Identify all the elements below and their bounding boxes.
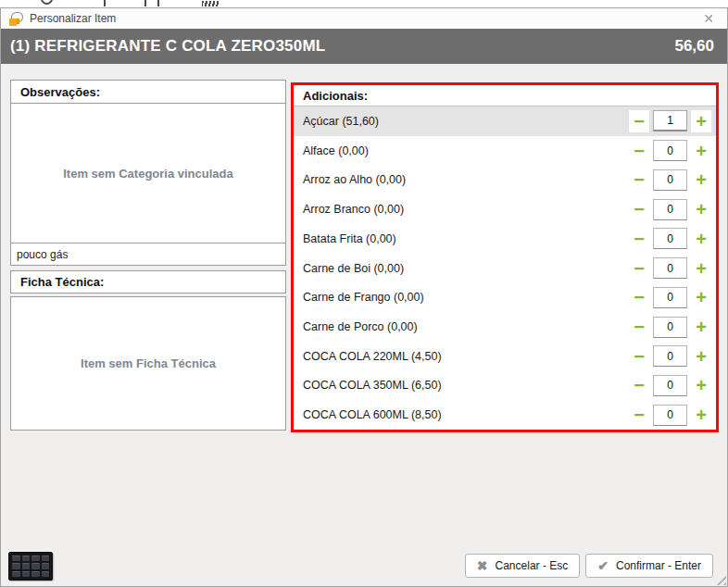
cancel-button[interactable]: ✖ Cancelar - Esc (465, 554, 580, 578)
quantity-input[interactable] (653, 317, 687, 338)
keyboard-keys-graphic (12, 556, 49, 577)
additional-row[interactable]: Arroz ao Alho (0,00) − + (294, 165, 716, 194)
quantity-input[interactable] (653, 140, 687, 161)
additional-label: Açúcar (51,60) (303, 115, 379, 128)
additional-label: Batata Frita (0,00) (303, 232, 396, 245)
additional-row[interactable]: Açúcar (51,60) − + (294, 106, 716, 136)
increase-button[interactable]: + (691, 345, 711, 368)
personalize-item-icon (8, 12, 24, 26)
additional-row[interactable]: Carne de Porco (0,00) − + (294, 312, 716, 342)
increase-button[interactable]: + (691, 316, 711, 338)
increase-button[interactable]: + (691, 198, 711, 220)
screen: Personalizar Item ✕ (1) REFRIGERANTE C C… (0, 0, 728, 587)
quantity-input[interactable] (653, 345, 687, 367)
cancel-button-label: Cancelar - Esc (496, 559, 569, 572)
observations-header: Observações: (10, 80, 286, 104)
additional-label: COCA COLA 600ML (8,50) (303, 408, 442, 421)
decrease-button[interactable]: − (629, 110, 649, 132)
observations-empty-text: Item sem Categoria vinculada (63, 167, 233, 181)
quantity-stepper: − + (629, 345, 711, 368)
additionals-list: Açúcar (51,60) − + Alface (0,00) − + Arr… (294, 106, 716, 430)
decrease-button[interactable]: − (629, 345, 649, 368)
decrease-button[interactable]: − (629, 316, 649, 338)
quantity-input[interactable] (653, 257, 687, 279)
additional-label: Arroz ao Alho (0,00) (303, 173, 406, 186)
additionals-panel: Adicionais: Açúcar (51,60) − + Alface (0… (291, 82, 719, 432)
quantity-stepper: − + (629, 286, 711, 308)
additional-row[interactable]: Carne de Boi (0,00) − + (294, 254, 716, 283)
additional-row[interactable]: COCA COLA 600ML (8,50) − + (294, 400, 716, 430)
personalize-item-dialog: Personalizar Item ✕ (1) REFRIGERANTE C C… (0, 7, 728, 587)
additional-row[interactable]: COCA COLA 220ML (4,50) − + (294, 342, 716, 371)
footer-buttons: ✖ Cancelar - Esc ✔ Confirmar - Enter (465, 554, 713, 578)
item-name: (1) REFRIGERANTE C COLA ZERO350ML (10, 37, 325, 56)
background-glyph-fragment (202, 1, 219, 6)
decrease-button[interactable]: − (629, 140, 649, 162)
confirm-button[interactable]: ✔ Confirmar - Enter (585, 554, 713, 578)
additional-row[interactable]: Batata Frita (0,00) − + (294, 224, 716, 254)
additional-label: Alface (0,00) (303, 144, 369, 157)
background-glyph-fragment (144, 0, 146, 6)
decrease-button[interactable]: − (629, 169, 649, 191)
quantity-stepper: − + (629, 110, 711, 132)
observations-box: Item sem Categoria vinculada (10, 103, 286, 244)
background-glyph-fragment (104, 0, 106, 6)
quantity-stepper: − + (629, 316, 711, 338)
window-title: Personalizar Item (30, 12, 116, 25)
quantity-stepper: − + (629, 169, 711, 191)
increase-button[interactable]: + (691, 140, 711, 162)
dialog-titlebar: Personalizar Item ✕ (1, 8, 727, 29)
additional-label: COCA COLA 220ML (4,50) (303, 350, 442, 363)
quantity-input[interactable] (653, 228, 687, 249)
quantity-input[interactable] (653, 287, 687, 308)
additional-row[interactable]: Carne de Frango (0,00) − + (294, 282, 716, 312)
background-window-fragment (0, 0, 728, 7)
decrease-button[interactable]: − (629, 404, 649, 426)
quantity-input[interactable] (653, 375, 687, 396)
background-glyph-fragment (41, 0, 53, 5)
quantity-stepper: − + (629, 140, 711, 162)
confirm-button-label: Confirmar - Enter (616, 559, 701, 572)
quantity-input[interactable] (653, 405, 687, 426)
background-glyph-fragment (157, 0, 159, 6)
technical-sheet-box: Item sem Ficha Técnica (10, 296, 286, 431)
left-column: Observações: Item sem Categoria vinculad… (10, 80, 286, 431)
additional-row[interactable]: Alface (0,00) − + (294, 136, 716, 166)
technical-sheet-empty-text: Item sem Ficha Técnica (81, 356, 216, 370)
increase-button[interactable]: + (691, 404, 711, 426)
item-price: 56,60 (674, 37, 714, 56)
increase-button[interactable]: + (691, 257, 711, 280)
additional-label: Carne de Porco (0,00) (303, 320, 418, 333)
decrease-button[interactable]: − (629, 228, 649, 250)
decrease-button[interactable]: − (629, 374, 649, 396)
close-icon[interactable]: ✕ (697, 10, 720, 27)
increase-button[interactable]: + (691, 374, 711, 396)
additional-label: COCA COLA 350ML (6,50) (303, 379, 442, 392)
additional-label: Carne de Boi (0,00) (303, 262, 404, 275)
increase-button[interactable]: + (691, 169, 711, 191)
increase-button[interactable]: + (691, 110, 711, 132)
increase-button[interactable]: + (691, 228, 711, 250)
dialog-body: Observações: Item sem Categoria vinculad… (1, 64, 727, 586)
quantity-stepper: − + (629, 257, 711, 280)
additionals-header: Adicionais: (294, 85, 716, 106)
decrease-button[interactable]: − (629, 257, 649, 280)
decrease-button[interactable]: − (629, 198, 649, 220)
additional-row[interactable]: COCA COLA 350ML (6,50) − + (294, 371, 716, 401)
quantity-input[interactable] (653, 199, 687, 220)
quantity-input[interactable] (653, 169, 687, 191)
quantity-stepper: − + (629, 198, 711, 220)
increase-button[interactable]: + (691, 286, 711, 308)
observation-entry[interactable]: pouco gás (10, 243, 286, 266)
quantity-stepper: − + (629, 404, 711, 426)
confirm-check-icon: ✔ (597, 559, 609, 572)
cancel-x-icon: ✖ (477, 559, 488, 572)
additional-row[interactable]: Arroz Branco (0,00) − + (294, 194, 716, 224)
additional-label: Carne de Frango (0,00) (303, 291, 424, 304)
quantity-stepper: − + (629, 374, 711, 396)
virtual-keyboard-icon[interactable] (8, 552, 53, 581)
decrease-button[interactable]: − (629, 286, 649, 308)
quantity-input[interactable] (653, 110, 687, 131)
additional-label: Arroz Branco (0,00) (303, 203, 404, 216)
technical-sheet-header: Ficha Técnica: (10, 270, 286, 294)
